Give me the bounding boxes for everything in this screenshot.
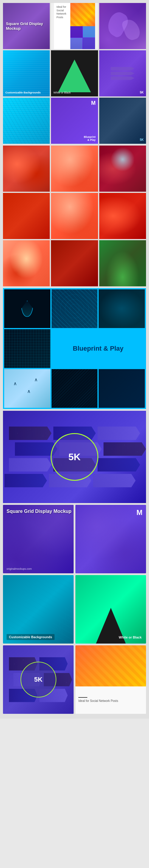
arrow-dark-4 [4, 474, 47, 487]
blueprint-grid: Blueprint & Play ∧ ∧ ∧ [4, 289, 145, 408]
card-ideal: Ideal for Social Network Posts [76, 645, 146, 714]
droplet-icon [21, 301, 33, 317]
fivek-label-cell9: 5K [140, 138, 144, 142]
bp-extra-cell [99, 369, 145, 408]
cell-ideal-composite: Ideal for Social Network Posts [51, 3, 98, 49]
customizable-label: Customizable Backgrounds [5, 91, 41, 94]
bp-birds-cell: ∧ ∧ ∧ [4, 369, 50, 408]
cell-teal-customizable: Customizable Backgrounds [3, 50, 50, 96]
floral-cell-7 [3, 240, 50, 286]
bp-droplet-cell [4, 289, 50, 328]
cell-purple-arrows: 5K [99, 50, 146, 96]
bp-lace-cell [4, 329, 50, 368]
arrow-shapes [111, 67, 135, 80]
fivek-section: 5K [3, 411, 146, 503]
floral-cell-6 [99, 193, 146, 239]
arrow-purple-1 [97, 427, 140, 440]
card-customizable-label: Customizable Backgrounds [6, 634, 55, 640]
cell-purple-swirl [99, 3, 146, 49]
cell-purple-m: M Blueprint& Play [51, 98, 98, 144]
small-fivek-circle: 5K [21, 662, 56, 698]
card-ideal-top [76, 645, 146, 686]
white-or-black-label: White or Black [53, 91, 71, 94]
floral-cell-9 [99, 240, 146, 286]
cell-title-text: Square Grid Display Mockup [3, 19, 50, 34]
top-grid-section: Square Grid Display Mockup Ideal for Soc… [3, 3, 146, 144]
floral-cell-4 [3, 193, 50, 239]
blueprint-section: Blueprint & Play ∧ ∧ ∧ [3, 288, 146, 409]
dash-decoration [78, 697, 87, 698]
ideal-text: Ideal for Social Network Posts [56, 5, 68, 19]
card-white-black-label: White or Black [119, 636, 142, 639]
card-green-tree: White or Black [76, 575, 146, 644]
arrow-purple-3 [9, 458, 52, 471]
floral-cell-1 [3, 146, 50, 192]
card-url: originalmockups.com [6, 567, 32, 570]
arrow-glitter-1 [9, 427, 52, 440]
bp-text-cell: Blueprint & Play [52, 329, 145, 368]
bp-dark-cell [52, 369, 98, 408]
bp-coral-cell [99, 289, 145, 328]
blueprint-label-small: Blueprint& Play [84, 135, 96, 142]
floral-section [3, 146, 146, 286]
floral-cell-2 [51, 146, 98, 192]
card-purple-m: M [76, 505, 146, 573]
card-title-text: Square Grid Display Mockup [6, 508, 71, 515]
bird-icon-2: ∧ [27, 389, 31, 394]
m-logo: M [91, 100, 96, 106]
card-title-purple: Square Grid Display Mockup originalmocku… [3, 505, 73, 573]
ideal-small-text: Ideal for Social Network Posts [78, 699, 118, 703]
m-badge: M [137, 508, 143, 517]
floral-cell-3 [99, 146, 146, 192]
floral-cell-8 [51, 240, 98, 286]
triangle-shape [58, 60, 91, 92]
bp-scales-cell [52, 289, 98, 328]
fivek-label: 5K [68, 452, 81, 463]
card-5k-small: 5K [3, 645, 73, 714]
page-wrapper: Square Grid Display Mockup Ideal for Soc… [0, 0, 149, 719]
arrow-glitter-2 [103, 442, 146, 456]
arrow-purple-5 [93, 474, 136, 487]
card-ideal-bottom: Ideal for Social Network Posts [76, 686, 146, 714]
fivek-label-small: 5K [140, 91, 144, 94]
cell-black-triangle: White or Black [51, 50, 98, 96]
arrow-dark-3 [97, 458, 140, 471]
bird-icon-3: ∧ [34, 377, 38, 382]
cards-row1: Square Grid Display Mockup originalmocku… [3, 505, 146, 573]
cell-cyan-arrows [3, 98, 50, 144]
cards-row2: Customizable Backgrounds White or Black [3, 575, 146, 644]
blueprint-title: Blueprint & Play [73, 345, 123, 352]
fivek-circle: 5K [51, 433, 98, 481]
cell-title-purple: Square Grid Display Mockup [3, 3, 50, 49]
card-teal-customizable: Customizable Backgrounds [3, 575, 73, 644]
floral-cell-5 [51, 193, 98, 239]
cards-row3: 5K Ideal for Social Network Posts [3, 645, 146, 714]
bird-icon-1: ∧ [13, 381, 17, 386]
small-fivek-label: 5K [34, 676, 42, 683]
cell-dark-blue: 5K [99, 98, 146, 144]
